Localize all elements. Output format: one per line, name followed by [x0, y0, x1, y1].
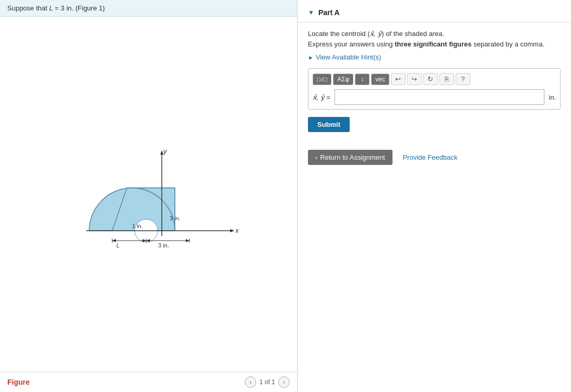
toolbar-alpha-btn[interactable]: ΑΣφ: [333, 74, 353, 85]
math-editor: □√□ ΑΣφ ↕ vec ↩ ↪ ↻ ⎘ ? x̄, ȳ = in.: [308, 68, 561, 110]
figure-label-row: Figure ‹ 1 of 1 ›: [0, 372, 297, 392]
submit-button[interactable]: Submit: [308, 117, 350, 132]
x-axis-label: x: [235, 227, 239, 234]
hint-arrow-icon: ►: [308, 54, 314, 61]
return-label: Return to Assignment: [320, 153, 385, 161]
toolbar-arrows-btn[interactable]: ↕: [355, 74, 370, 85]
toolbar-reset-btn[interactable]: ↻: [423, 73, 438, 85]
toolbar-help-btn[interactable]: ?: [456, 73, 470, 85]
left-panel: Suppose that L = 3 in. (Figure 1): [0, 0, 298, 392]
figure-prev-button[interactable]: ‹: [245, 376, 256, 388]
figure-next-button[interactable]: ›: [278, 376, 290, 388]
y-axis-label: y: [163, 147, 168, 155]
toolbar-redo-btn[interactable]: ↪: [407, 73, 422, 85]
svg-marker-4: [230, 229, 234, 232]
dim-1in-label: 1 in.: [132, 223, 143, 229]
toolbar-keyboard-btn[interactable]: ⎘: [439, 73, 454, 85]
dim-L-label: L: [116, 242, 120, 248]
figure-svg: y x 1 in. 3 in. L 3 in.: [60, 137, 237, 241]
math-toolbar: □√□ ΑΣφ ↕ vec ↩ ↪ ↻ ⎘ ?: [313, 73, 556, 85]
hint-text: View Available Hint(s): [316, 53, 381, 61]
instruction-line1: Locate the centroid (x̄, ȳ) of the shade…: [308, 30, 561, 38]
problem-header: Suppose that L = 3 in. (Figure 1): [0, 0, 297, 17]
provide-feedback-link[interactable]: Provide Feedback: [403, 153, 458, 161]
svg-marker-10: [112, 239, 116, 242]
part-content: Locate the centroid (x̄, ȳ) of the shade…: [298, 22, 571, 139]
math-answer-input[interactable]: [335, 89, 544, 105]
toolbar-sqrt-btn[interactable]: □√□: [313, 74, 331, 85]
instruction-line2: Express your answers using three signifi…: [308, 40, 561, 48]
toolbar-undo-btn[interactable]: ↩: [391, 73, 406, 85]
toolbar-vec-btn[interactable]: vec: [371, 74, 389, 85]
figure-drawing: y x 1 in. 3 in. L 3 in.: [0, 17, 297, 372]
return-to-assignment-button[interactable]: ‹ Return to Assignment: [308, 150, 392, 165]
math-unit: in.: [549, 93, 556, 101]
dim-3in-bottom-label: 3 in.: [158, 242, 169, 248]
bottom-actions: ‹ Return to Assignment Provide Feedback: [298, 139, 571, 175]
part-header: ▼ Part A: [298, 0, 571, 22]
figure-nav: ‹ 1 of 1 ›: [245, 376, 290, 388]
figure-nav-count: 1 of 1: [259, 378, 275, 386]
collapse-arrow[interactable]: ▼: [308, 9, 314, 16]
math-label: x̄, ȳ =: [313, 93, 330, 101]
svg-marker-13: [186, 239, 189, 242]
part-title: Part A: [318, 8, 340, 17]
problem-text: Suppose that L = 3 in. (Figure 1): [7, 4, 105, 12]
figure-label: Figure: [7, 378, 30, 386]
hint-link[interactable]: ► View Available Hint(s): [308, 53, 561, 61]
dim-3in-label: 3 in.: [170, 215, 181, 221]
math-input-row: x̄, ȳ = in.: [313, 89, 556, 105]
return-arrow-icon: ‹: [315, 153, 317, 161]
right-panel: ▼ Part A Locate the centroid (x̄, ȳ) of …: [298, 0, 571, 392]
figure-area: y x 1 in. 3 in. L 3 in.: [0, 17, 297, 392]
